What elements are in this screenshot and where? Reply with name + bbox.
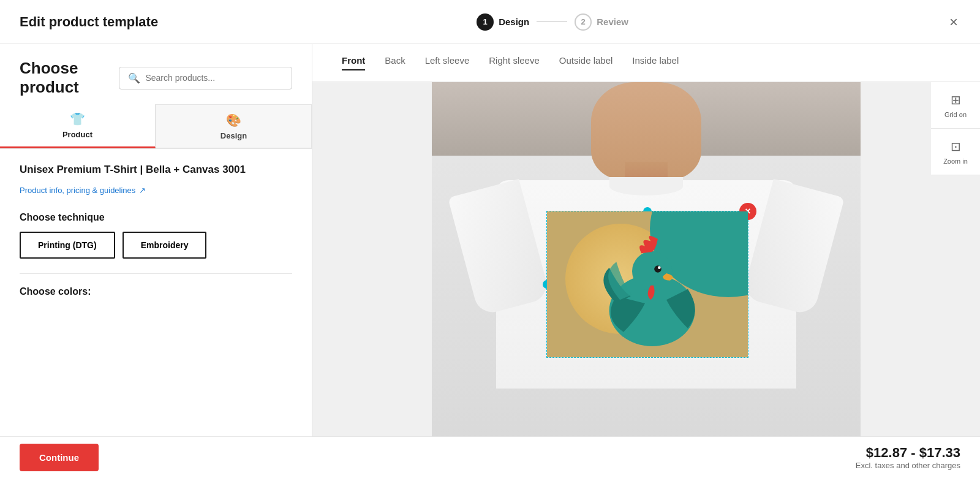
price-note: Excl. taxes and other charges <box>856 461 960 470</box>
tshirt-mockup: × <box>432 82 861 478</box>
price-range: $12.87 - $17.33 <box>856 445 960 461</box>
close-button[interactable]: × <box>947 11 960 33</box>
embroidery-button[interactable]: Embroidery <box>123 232 207 259</box>
panel-content: Unisex Premium T-Shirt | Bella + Canvas … <box>0 149 312 478</box>
product-tab-icon: 👕 <box>70 112 85 126</box>
view-tab-left-sleeve[interactable]: Left sleeve <box>425 55 470 70</box>
technique-buttons: Printing (DTG) Embroidery <box>20 232 292 259</box>
design-tab-icon: 🎨 <box>226 113 241 127</box>
section-divider <box>20 273 292 274</box>
svg-point-3 <box>658 266 661 269</box>
tab-product[interactable]: 👕 Product <box>0 104 156 148</box>
price-info: $12.87 - $17.33 Excl. taxes and other ch… <box>856 445 960 470</box>
canvas-area: × <box>312 82 980 478</box>
product-info-link[interactable]: Product info, pricing & guidelines ↗ <box>20 186 292 195</box>
tab-design[interactable]: 🎨 Design <box>156 104 312 148</box>
step-1: 1 Design <box>477 13 529 31</box>
stepper: 1 Design 2 Review <box>477 13 628 31</box>
grid-label: Grid on <box>944 111 967 118</box>
main-layout: Choose product 🔍 👕 Product 🎨 Design Unis… <box>0 44 980 478</box>
step-2-circle: 2 <box>575 13 592 31</box>
zoom-icon: ⊡ <box>951 139 961 154</box>
svg-point-2 <box>654 265 662 273</box>
product-name: Unisex Premium T-Shirt | Bella + Canvas … <box>20 164 292 176</box>
search-box: 🔍 <box>119 67 292 89</box>
step-2: 2 Review <box>575 13 628 31</box>
view-tab-right-sleeve[interactable]: Right sleeve <box>489 55 540 70</box>
technique-title: Choose technique <box>20 212 292 223</box>
header: Edit product template 1 Design 2 Review … <box>0 0 980 44</box>
external-link-icon: ↗ <box>139 186 146 195</box>
grid-toggle-button[interactable]: ⊞ Grid on <box>931 82 980 129</box>
continue-button[interactable]: Continue <box>20 444 99 471</box>
step-1-label: Design <box>499 17 529 27</box>
tab-product-label: Product <box>62 130 92 139</box>
page-title: Edit product template <box>20 14 158 30</box>
product-link-label: Product info, pricing & guidelines <box>20 186 135 195</box>
choose-product-header: Choose product 🔍 <box>0 44 312 97</box>
view-tab-front[interactable]: Front <box>342 55 365 70</box>
right-panel: Front Back Left sleeve Right sleeve Outs… <box>312 44 980 478</box>
svg-point-1 <box>632 251 672 291</box>
left-panel: Choose product 🔍 👕 Product 🎨 Design Unis… <box>0 44 312 478</box>
choose-product-title: Choose product <box>20 59 119 97</box>
tools-panel: ⊞ Grid on ⊡ Zoom in <box>931 82 980 175</box>
zoom-label: Zoom in <box>943 157 968 165</box>
design-overlay: × <box>546 211 748 358</box>
grid-icon: ⊞ <box>951 93 961 107</box>
footer-bar: Continue $12.87 - $17.33 Excl. taxes and… <box>0 436 980 478</box>
step-2-label: Review <box>597 17 628 27</box>
printing-dtg-button[interactable]: Printing (DTG) <box>20 232 115 259</box>
view-tabs: Front Back Left sleeve Right sleeve Outs… <box>312 44 980 82</box>
search-icon: 🔍 <box>128 72 140 84</box>
view-tab-back[interactable]: Back <box>385 55 405 70</box>
view-tab-outside-label[interactable]: Outside label <box>559 55 613 70</box>
search-input[interactable] <box>145 73 283 83</box>
product-design-tabs: 👕 Product 🎨 Design <box>0 104 312 149</box>
step-connector <box>537 21 567 22</box>
colors-title: Choose colors: <box>20 286 292 297</box>
zoom-in-button[interactable]: ⊡ Zoom in <box>931 129 980 175</box>
view-tab-inside-label[interactable]: Inside label <box>632 55 679 70</box>
rooster-design-svg <box>559 218 731 346</box>
step-1-circle: 1 <box>477 13 494 31</box>
tab-design-label: Design <box>221 131 247 140</box>
